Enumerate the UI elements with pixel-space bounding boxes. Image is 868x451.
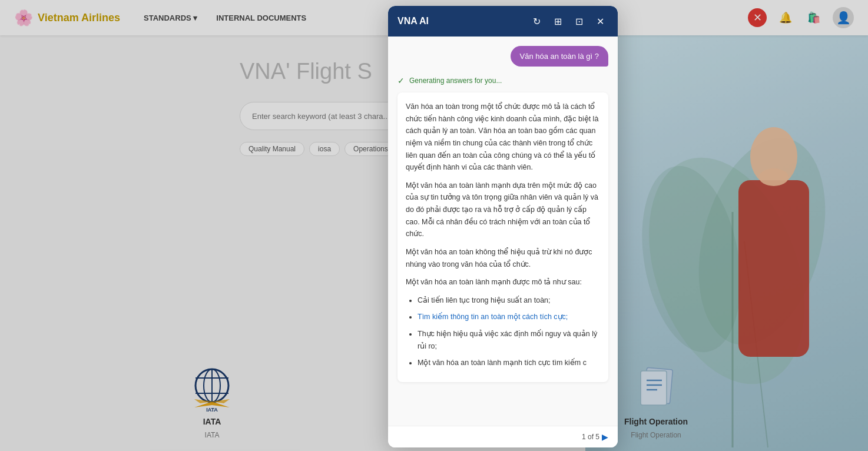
modal-header: VNA AI ↻ ⊞ ⊡ ✕ <box>388 6 618 37</box>
chat-modal: VNA AI ↻ ⊞ ⊡ ✕ Văn hóa an toàn là gì ? ✓… <box>388 6 618 447</box>
user-bubble: Văn hóa an toàn là gì ? <box>511 46 608 67</box>
modal-close-btn[interactable]: ✕ <box>592 13 608 29</box>
ai-response: Văn hóa an toàn trong một tổ chức được m… <box>397 92 608 382</box>
modal-footer: 1 of 5 ▶ <box>388 426 618 447</box>
bullet-0: Cải tiến liên tục trong hiệu suất an toà… <box>418 294 600 307</box>
modal-title: VNA AI <box>397 16 522 26</box>
generating-status: ✓ Generating answers for you... <box>397 76 608 85</box>
modal-controls: ↻ ⊞ ⊡ ✕ <box>528 13 608 29</box>
page-info: 1 of 5 <box>582 433 599 441</box>
response-para-3: Một văn hóa an toàn lành mạnh được mô tả… <box>406 276 600 288</box>
response-list: Cải tiến liên tục trong hiệu suất an toà… <box>406 294 600 369</box>
bullet-3: Một văn hóa an toàn lành mạnh tích cực t… <box>418 357 600 369</box>
modal-overlay: VNA AI ↻ ⊞ ⊡ ✕ Văn hóa an toàn là gì ? ✓… <box>0 0 868 451</box>
response-para-1: Một văn hóa an toàn lành mạnh dựa trên m… <box>406 180 600 240</box>
check-icon: ✓ <box>397 76 405 85</box>
modal-refresh-btn[interactable]: ↻ <box>528 13 545 29</box>
bullet-1: Tìm kiếm thông tin an toàn một cách tích… <box>418 311 600 323</box>
modal-split-btn[interactable]: ⊞ <box>549 13 566 29</box>
page-next-btn[interactable]: ▶ <box>602 432 608 442</box>
modal-body[interactable]: Văn hóa an toàn là gì ? ✓ Generating ans… <box>388 37 618 426</box>
response-para-2: Một văn hóa an toàn không thể hiệu quả t… <box>406 246 600 270</box>
user-message: Văn hóa an toàn là gì ? <box>397 46 608 67</box>
response-para-0: Văn hóa an toàn trong một tổ chức được m… <box>406 101 600 174</box>
modal-expand-btn[interactable]: ⊡ <box>571 13 587 29</box>
bullet-2: Thực hiện hiệu quả việc xác định mối ngu… <box>418 328 600 352</box>
generating-text: Generating answers for you... <box>409 77 502 85</box>
page-nav: 1 of 5 ▶ <box>582 432 608 442</box>
